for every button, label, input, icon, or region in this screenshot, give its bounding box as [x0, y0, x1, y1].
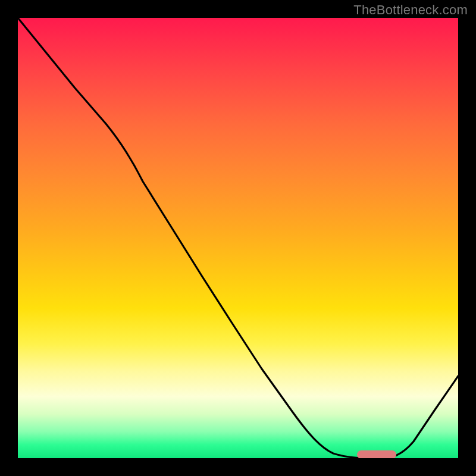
curve-path: [18, 18, 458, 458]
bottleneck-curve: [18, 18, 458, 458]
chart-frame: TheBottleneck.com: [0, 0, 476, 476]
optimal-range-marker: [357, 450, 396, 458]
watermark-text: TheBottleneck.com: [353, 2, 468, 18]
plot-area: [18, 18, 458, 458]
